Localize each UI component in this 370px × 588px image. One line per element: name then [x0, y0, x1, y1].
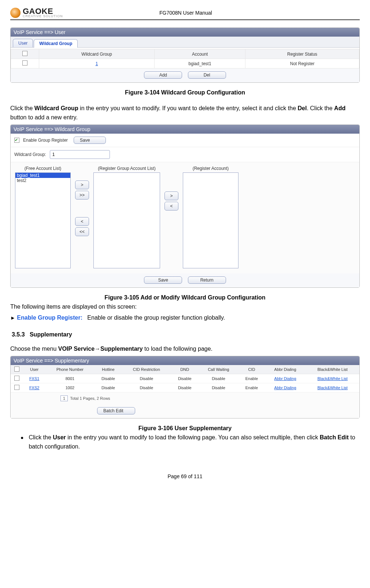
black-white-list-link[interactable]: Black&White List: [317, 376, 348, 381]
col-black-white-list: Black&White List: [306, 365, 359, 374]
doc-title: FG7008N User Manual: [63, 10, 308, 16]
col-cid: CID: [238, 365, 265, 374]
row-checkbox[interactable]: [22, 60, 27, 66]
col-cid-restriction: CID Restriction: [122, 365, 171, 374]
enable-group-register-checkbox[interactable]: [14, 138, 19, 143]
abbr-dialing-link[interactable]: Abbr Dialing: [274, 376, 296, 381]
row-checkbox[interactable]: [14, 376, 19, 381]
screenshot-wildcard-group-list: VoIP Service ==> User User Wildcard Grou…: [10, 27, 360, 83]
move-left-button[interactable]: <: [75, 217, 89, 226]
tab-user[interactable]: User: [13, 39, 33, 47]
list-item[interactable]: bgiad_test1: [15, 173, 70, 178]
user-link[interactable]: FXS1: [29, 376, 40, 381]
add-button[interactable]: Add: [144, 71, 182, 79]
bullet-icon: ●: [21, 433, 23, 451]
register-group-account-listbox[interactable]: [93, 172, 160, 268]
tab-bar: User Wildcard Group: [11, 37, 359, 48]
screenshot-wildcard-group-edit: VoIP Service ==> Wildcard Group Enable G…: [10, 124, 360, 288]
breadcrumb: VoIP Service ==> User: [11, 28, 359, 37]
free-account-list-label: (Free Account List): [15, 166, 71, 171]
doc-header: GAOKE CREATIVE SOLUTION FG7008N User Man…: [10, 7, 360, 20]
figure-caption-106: Figure 3-106 User Supplementary: [10, 425, 360, 432]
move-all-right-button[interactable]: >>: [75, 191, 89, 200]
brand-logo: GAOKE CREATIVE SOLUTION: [10, 7, 63, 18]
col-register-status: Register Status: [245, 49, 359, 59]
free-account-listbox[interactable]: bgiad_test1 test2: [15, 172, 71, 268]
enable-group-register-item: ► Enable Group Register: Enable or disab…: [10, 313, 360, 323]
figure-caption-104: Figure 3-104 Wildcard Group Configuratio…: [10, 89, 360, 96]
brand-subtitle: CREATIVE SOLUTION: [23, 15, 63, 18]
cell-account: bgiad_test1: [155, 59, 245, 68]
paragraph-items-intro: The following items are displayed on thi…: [10, 302, 360, 312]
col-hotline: Hotline: [95, 365, 122, 374]
move-right-button-2[interactable]: >: [164, 191, 178, 200]
batch-edit-button[interactable]: Batch Edit: [97, 407, 135, 414]
col-dnd: DND: [171, 365, 199, 374]
move-right-button[interactable]: >: [75, 181, 89, 189]
bullet-user-edit: ● Click the User in the entry you want t…: [21, 433, 360, 451]
paragraph-supplementary-nav: Choose the menu VOIP Service→Supplementa…: [10, 345, 360, 354]
register-group-account-list-label: (Register Group Account List): [93, 166, 160, 171]
screenshot-supplementary-list: VoIP Service ==> Supplementary User Phon…: [10, 356, 360, 418]
figure-caption-105: Figure 3-105 Add or Modify Wildcard Grou…: [10, 294, 360, 301]
supplementary-table: User Phone Number Hotline CID Restrictio…: [11, 365, 359, 392]
black-white-list-link[interactable]: Black&White List: [317, 386, 348, 390]
del-button[interactable]: Del: [188, 71, 226, 79]
return-button[interactable]: Return: [188, 276, 226, 284]
enable-group-register-label: Enable Group Register: [23, 138, 68, 143]
move-left-button-2[interactable]: <: [164, 202, 178, 211]
tab-wildcard-group[interactable]: Wildcard Group: [34, 39, 78, 48]
wildcard-group-label: Wildcard Group:: [14, 152, 46, 157]
move-all-left-button[interactable]: <<: [75, 227, 89, 236]
table-row: 1 bgiad_test1 Not Register: [11, 59, 359, 68]
save-button-top[interactable]: Save: [74, 137, 106, 144]
pager: 1 Total 1 Pages, 2 Rows: [11, 392, 359, 404]
breadcrumb: VoIP Service ==> Wildcard Group: [11, 125, 359, 134]
col-wildcard-group: Wildcard Group: [39, 49, 155, 59]
pager-text: Total 1 Pages, 2 Rows: [70, 396, 110, 401]
list-item[interactable]: test2: [15, 178, 70, 183]
table-row: FXS2 1002 Disable Disable Disable Disabl…: [11, 383, 359, 392]
enable-group-register-desc: Enable or disable the group register fun…: [87, 315, 225, 321]
register-account-listbox[interactable]: [183, 172, 238, 268]
table-row: FXS1 8001 Disable Disable Disable Disabl…: [11, 374, 359, 383]
page-number-input[interactable]: 1: [60, 395, 68, 401]
save-button[interactable]: Save: [144, 276, 182, 284]
select-all-checkbox[interactable]: [14, 366, 19, 372]
abbr-dialing-link[interactable]: Abbr Dialing: [274, 386, 296, 390]
col-account: Account: [155, 49, 245, 59]
col-call-waiting: Call Waiting: [199, 365, 238, 374]
col-user: User: [23, 365, 45, 374]
breadcrumb: VoIP Service ==> Supplementary: [11, 356, 359, 365]
col-abbr-dialing: Abbr Dialing: [265, 365, 306, 374]
enable-group-register-term: Enable Group Register:: [17, 315, 82, 321]
select-all-checkbox[interactable]: [22, 51, 27, 56]
row-checkbox[interactable]: [14, 385, 19, 390]
logo-icon: [10, 8, 21, 18]
wildcard-group-input[interactable]: [50, 150, 110, 159]
triangle-marker-icon: ►: [10, 315, 15, 321]
wildcard-group-table: Wildcard Group Account Register Status 1…: [11, 49, 359, 68]
page-footer: Page 69 of 111: [10, 473, 360, 479]
register-account-label: (Register Account): [183, 166, 238, 171]
user-link[interactable]: FXS2: [29, 386, 40, 390]
cell-status: Not Register: [245, 59, 359, 68]
col-phone-number: Phone Number: [45, 365, 94, 374]
wildcard-group-link[interactable]: 1: [96, 61, 98, 66]
section-heading-supplementary: 3.5.3 Supplementary: [12, 331, 360, 338]
paragraph-wildcard-instructions: Click the Wildcard Group in the entry yo…: [10, 104, 360, 122]
